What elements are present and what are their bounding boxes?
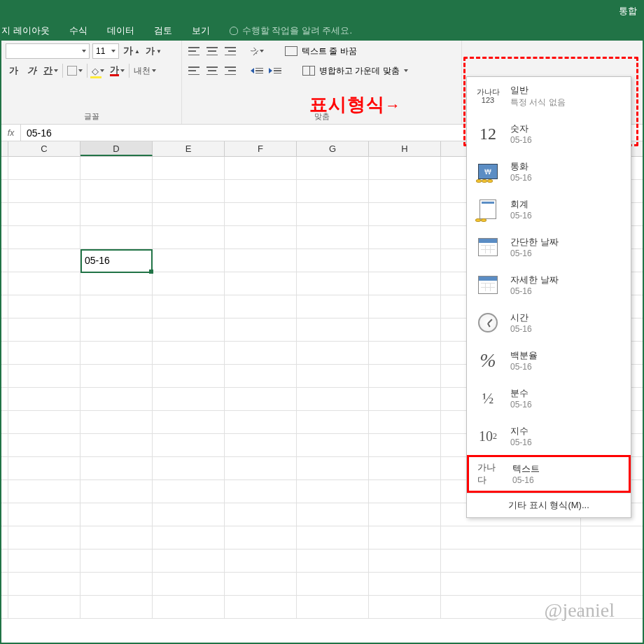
currency-icon: ₩ [475,159,500,184]
format-accounting[interactable]: 회계05-16 [467,190,631,228]
lightbulb-icon [230,27,238,35]
wrap-text-label: 텍스트 줄 바꿈 [302,46,357,57]
align-top-button[interactable] [186,43,202,59]
font-color-button[interactable]: 가 [108,63,126,78]
tab-formulas[interactable]: 수식 [69,24,88,37]
increase-font-button[interactable]: 가▲ [122,43,141,59]
text-icon: 가나다 [477,461,503,486]
tab-layout[interactable]: 지 레이아웃 [1,24,50,37]
wrap-text-button[interactable]: 텍스트 줄 바꿈 [285,46,357,57]
format-currency[interactable]: ₩ 통화05-16 [467,153,631,190]
italic-button[interactable]: 가 [24,63,39,78]
chevron-down-icon [78,69,83,72]
chevron-down-icon [82,50,86,52]
tab-data[interactable]: 데이터 [107,24,134,37]
fill-color-button[interactable]: ◇ [90,63,106,78]
align-group-label: 맞춤 [186,110,457,123]
fraction-icon: ½ [475,386,500,411]
fx-icon[interactable]: fx [1,125,21,141]
chevron-down-icon [404,69,408,72]
col-header-g[interactable]: G [297,141,369,156]
align-bottom-button[interactable] [223,43,238,59]
col-header-c[interactable]: C [8,141,80,156]
clock-icon [475,310,500,335]
tab-review[interactable]: 검토 [154,24,172,37]
window-title: 통합 [619,5,637,18]
increase-indent-button[interactable] [267,63,283,78]
format-time[interactable]: 시간05-16 [467,304,631,342]
col-header-h[interactable]: H [369,141,441,156]
align-left-button[interactable] [186,63,202,78]
number-format-menu: 가나다 123 일반특정 서식 없음 12 숫자05-16 ₩ 통화05-16 … [466,76,631,518]
chevron-down-icon [54,69,58,72]
chevron-down-icon [100,69,104,72]
font-group: 11 가▲ 가▼ 가 가 간 ◇ 가 내천 글꼴 [1,41,182,124]
chevron-down-icon [120,69,125,72]
merge-center-button[interactable]: 병합하고 가운데 맞춤 [302,65,408,77]
number-icon: 12 [475,121,500,146]
merge-label: 병합하고 가운데 맞춤 [319,65,400,77]
tab-view[interactable]: 보기 [192,24,210,37]
format-long-date[interactable]: 자세한 날짜05-16 [467,266,631,304]
decrease-font-button[interactable]: 가▼ [144,43,163,59]
col-header-corner[interactable] [1,141,8,156]
calendar-icon [475,234,500,260]
chevron-down-icon [111,50,115,52]
format-percentage[interactable]: % 백분율05-16 [467,342,631,379]
format-short-date[interactable]: 간단한 날짜05-16 [467,228,631,266]
phonetic-button[interactable]: 내천 [132,63,158,78]
font-size-dropdown[interactable]: 11 [92,43,119,59]
border-grid-icon [67,66,77,76]
percentage-icon: % [475,348,500,373]
tell-me-search[interactable]: 수행할 작업을 알려 주세요. [230,24,352,37]
chevron-down-icon [152,69,156,72]
font-size-value: 11 [96,46,105,56]
merge-icon [302,66,315,76]
col-header-d[interactable]: D [80,141,153,156]
format-scientific[interactable]: 102 지수05-16 [467,417,631,455]
align-center-button[interactable] [204,63,220,78]
ribbon-tabs: 지 레이아웃 수식 데이터 검토 보기 수행할 작업을 알려 주세요. [1,21,643,41]
underline-button[interactable]: 간 [42,63,59,78]
more-formats[interactable]: 기타 표시 형식(M)... [467,493,631,517]
accounting-icon [475,197,500,222]
font-group-label: 글꼴 [6,110,177,123]
general-icon: 가나다 123 [475,83,500,108]
alignment-group: 가 텍스트 줄 바꿈 병합하고 가운데 맞춤 [182,41,462,124]
bold-button[interactable]: 가 [6,63,21,78]
orientation-button[interactable]: 가 [249,43,265,59]
borders-button[interactable] [66,63,84,78]
calendar-detail-icon [475,272,500,298]
format-number[interactable]: 12 숫자05-16 [467,115,631,153]
format-fraction[interactable]: ½ 분수05-16 [467,379,631,417]
font-family-dropdown[interactable] [6,43,90,59]
wrap-text-icon [285,46,298,56]
format-general[interactable]: 가나다 123 일반특정 서식 없음 [467,77,631,115]
selected-cell[interactable]: 05-16 [80,249,153,273]
title-bar: 통합 [1,1,643,21]
tell-me-label: 수행할 작업을 알려 주세요. [242,24,352,37]
align-middle-button[interactable] [204,43,220,59]
decrease-indent-button[interactable] [249,63,265,78]
format-text[interactable]: 가나다 텍스트05-16 [467,455,631,493]
col-header-f[interactable]: F [225,141,297,156]
col-header-e[interactable]: E [153,141,225,156]
align-right-button[interactable] [223,63,238,78]
scientific-icon: 102 [475,424,500,449]
